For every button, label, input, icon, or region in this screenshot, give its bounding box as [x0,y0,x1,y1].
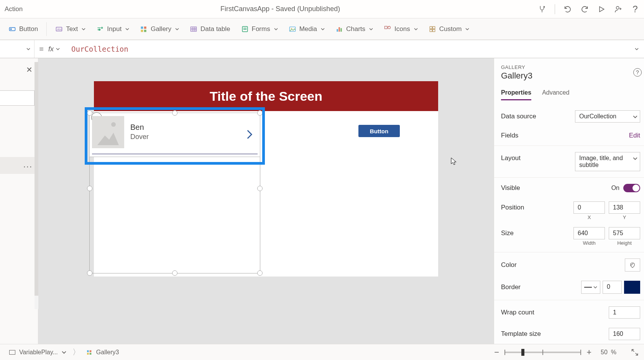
prop-visible-value: On [611,185,619,191]
menu-action[interactable]: Action [5,5,23,13]
breadcrumb-control-label: Gallery3 [96,349,119,356]
insert-text[interactable]: Abc Text [51,23,90,35]
svg-rect-34 [89,350,91,352]
mouse-cursor-icon [450,157,457,165]
undo-icon[interactable] [564,5,572,13]
svg-marker-0 [600,7,604,11]
prop-position-x-input[interactable]: 0 [573,201,605,214]
resize-handle[interactable] [257,186,263,191]
canvas-button[interactable]: Button [358,125,400,137]
insert-icons[interactable]: Icons [379,23,422,35]
insert-forms[interactable]: Forms [237,23,283,35]
zoom-slider[interactable] [504,352,581,353]
svg-rect-11 [144,26,146,29]
insert-datatable[interactable]: Data table [185,23,235,35]
tree-item-more-icon[interactable]: ··· [23,162,33,172]
insert-input-label: Input [107,25,122,33]
screen-icon [9,350,15,355]
resize-handle[interactable] [87,186,92,191]
prop-visible-toggle[interactable] [623,184,640,192]
zoom-out-button[interactable]: − [494,347,499,357]
redo-icon[interactable] [580,5,589,13]
formula-expand-button[interactable] [629,47,644,51]
formula-bar: = fx OurCollection [0,40,644,58]
insert-forms-label: Forms [252,25,270,33]
prop-y-sublabel: Y [609,214,640,220]
resize-handle[interactable] [257,270,263,276]
prop-height-sublabel: Height [609,240,640,246]
zoom-in-button[interactable]: + [586,347,591,357]
prop-templatesize-input[interactable]: 160 [609,328,640,340]
zoom-thumb[interactable] [521,349,524,356]
resize-handle[interactable] [87,270,92,276]
gallery-icon [86,349,92,355]
prop-layout-select[interactable]: Image, title, and subtitle [575,152,640,171]
play-icon[interactable] [597,5,606,13]
prop-datasource-select[interactable]: OurCollection [575,110,640,123]
prop-border-style-select[interactable] [581,281,600,294]
prop-wrapcount-label: Wrap count [501,309,609,316]
insert-custom[interactable]: Custom [424,23,474,35]
gallery-selection-outline [85,107,265,165]
prop-border-color-picker[interactable] [624,281,640,294]
prop-x-sublabel: X [573,214,605,220]
properties-pane: GALLERY Gallery3 ? Properties Advanced D… [494,58,644,344]
insert-icons-label: Icons [394,25,410,33]
svg-text:Abc: Abc [57,28,62,31]
svg-point-8 [102,27,103,28]
svg-rect-35 [87,353,89,355]
app-screen[interactable]: Title of the Screen Ben Dover [94,81,438,277]
tree-search-input[interactable] [0,90,34,106]
svg-rect-12 [141,29,143,32]
prop-wrapcount-input[interactable]: 1 [609,306,640,319]
zoom-value: 50 [601,349,608,355]
insert-charts[interactable]: Charts [331,23,378,35]
breadcrumb-screen[interactable]: VariablePlay... [5,347,70,357]
prop-templatesize-label: Template size [501,330,609,338]
prop-fields-edit-link[interactable]: Edit [629,132,640,139]
insert-text-label: Text [66,25,78,33]
insert-button[interactable]: Button [4,23,43,35]
insert-media[interactable]: Media [284,23,329,35]
prop-layout-value: Image, title, and subtitle [579,155,623,168]
breadcrumb-screen-label: VariablePlay... [19,349,58,356]
svg-rect-25 [338,27,340,32]
fx-button[interactable]: fx [48,45,67,53]
insert-input[interactable]: Input [92,23,134,35]
insert-gallery-label: Gallery [151,25,171,33]
panel-help-icon[interactable]: ? [633,68,642,77]
fit-to-screen-icon[interactable] [631,349,639,356]
insert-gallery[interactable]: Gallery [135,23,184,35]
prop-size-label: Size [501,229,573,237]
insert-media-label: Media [299,25,317,33]
canvas-area[interactable]: Title of the Screen Ben Dover [38,58,494,344]
svg-rect-33 [87,350,89,352]
prop-position-y-input[interactable]: 138 [609,201,640,214]
tab-advanced[interactable]: Advanced [542,89,569,100]
tree-scrollbar[interactable] [34,62,38,309]
svg-rect-26 [340,28,342,31]
svg-line-38 [636,353,638,355]
breadcrumb-control[interactable]: Gallery3 [82,347,123,357]
resize-handle[interactable] [172,270,177,276]
prop-width-input[interactable]: 640 [573,227,605,239]
svg-line-37 [632,349,634,352]
property-selector[interactable] [0,40,34,58]
app-title: FirstCanvasApp - Saved (Unpublished) [23,5,538,13]
svg-rect-13 [144,29,146,32]
control-name-label[interactable]: Gallery3 [501,71,644,81]
svg-rect-24 [337,29,338,32]
tab-properties[interactable]: Properties [501,89,531,100]
prop-position-label: Position [501,204,573,211]
breadcrumb-separator-icon: 〉 [72,347,80,357]
formula-input[interactable]: OurCollection [67,45,629,53]
svg-rect-10 [141,26,143,29]
prop-color-picker[interactable] [625,259,640,272]
help-icon[interactable]: ? [631,5,639,13]
app-checker-icon[interactable] [538,5,546,13]
share-icon[interactable] [614,5,623,13]
insert-ribbon: Button Abc Text Input Gallery Data table… [0,18,644,40]
prop-height-input[interactable]: 575 [609,227,640,239]
close-icon[interactable]: ✕ [26,65,33,74]
prop-border-width-input[interactable]: 0 [603,281,622,294]
